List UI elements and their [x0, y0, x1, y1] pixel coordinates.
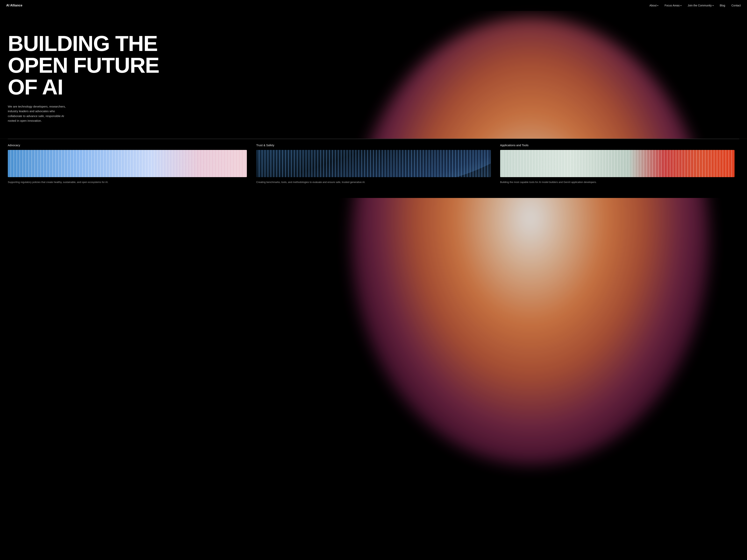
nav-blog[interactable]: Blog [720, 4, 725, 7]
navbar: AI Alliance About ▾ Focus Areas ▾ Join t… [0, 0, 747, 11]
card-applications[interactable]: Applications and Tools [495, 139, 739, 189]
card-trust-title: Trust & Safety [256, 144, 491, 147]
about-chevron-icon: ▾ [657, 4, 658, 7]
card-apps-image [500, 150, 735, 177]
join-community-chevron-icon: ▾ [713, 4, 714, 7]
card-advocacy-title: Advocacy [8, 144, 247, 147]
nav-contact-label: Contact [731, 4, 741, 7]
card-apps-desc: Building the most capable tools for AI m… [500, 180, 735, 184]
hero-title-line3: OF AI [8, 75, 63, 99]
hero-title-line2: OPEN FUTURE [8, 53, 159, 77]
site-logo[interactable]: AI Alliance [6, 4, 22, 7]
hero-title-line1: BUILDING THE [8, 31, 158, 56]
card-apps-title: Applications and Tools [500, 144, 735, 147]
nav-join-community[interactable]: Join the Community ▾ [688, 4, 714, 7]
card-trust-safety[interactable]: Trust & Safety [252, 139, 495, 189]
nav-links: About ▾ Focus Areas ▾ Join the Community… [649, 4, 741, 7]
nav-focus-areas-label: Focus Areas [665, 4, 680, 7]
hero-content: BUILDING THE OPEN FUTURE OF AI We are te… [0, 11, 411, 132]
nav-contact[interactable]: Contact [731, 4, 741, 7]
card-advocacy-desc: Supporting regulatory policies that crea… [8, 180, 247, 184]
hero-title: BUILDING THE OPEN FUTURE OF AI [8, 33, 403, 98]
nav-about-label: About [649, 4, 657, 7]
focus-cards: Advocacy [0, 139, 747, 198]
card-trust-desc: Creating benchmarks, tools, and methodol… [256, 180, 491, 184]
nav-about[interactable]: About ▾ [649, 4, 659, 7]
nav-join-community-label: Join the Community [688, 4, 712, 7]
focus-areas-chevron-icon: ▾ [680, 4, 681, 7]
hero-section: BUILDING THE OPEN FUTURE OF AI We are te… [0, 0, 747, 560]
nav-focus-areas[interactable]: Focus Areas ▾ [665, 4, 681, 7]
hero-subtitle: We are technology developers, researcher… [8, 104, 66, 123]
card-advocacy[interactable]: Advocacy [8, 139, 252, 189]
card-advocacy-image [8, 150, 247, 177]
nav-blog-label: Blog [720, 4, 725, 7]
card-trust-image [256, 150, 491, 177]
